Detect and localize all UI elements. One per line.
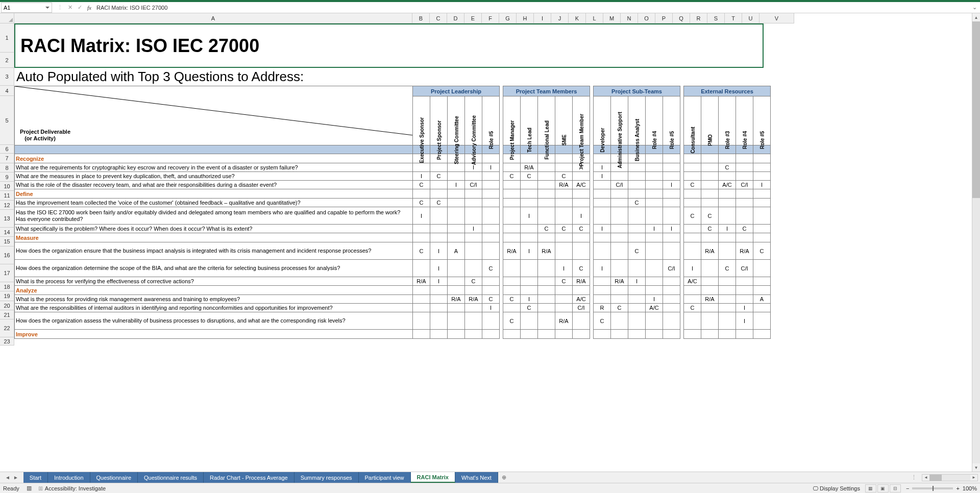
- cell[interactable]: [430, 330, 448, 339]
- cell[interactable]: [503, 330, 521, 339]
- value-cell[interactable]: I: [594, 260, 611, 277]
- cell[interactable]: [646, 330, 663, 339]
- cell[interactable]: [701, 330, 719, 339]
- cell[interactable]: [736, 189, 753, 199]
- value-cell[interactable]: [482, 199, 500, 207]
- column-header[interactable]: P: [655, 13, 673, 23]
- expand-formula-icon[interactable]: ⌄: [971, 4, 978, 11]
- value-cell[interactable]: I: [482, 163, 500, 172]
- phase-label[interactable]: Improve: [15, 330, 413, 339]
- cell[interactable]: [753, 154, 771, 163]
- value-cell[interactable]: [663, 163, 680, 172]
- value-cell[interactable]: R/A: [611, 277, 628, 286]
- role-header[interactable]: Role #5: [482, 96, 500, 145]
- value-cell[interactable]: [719, 207, 736, 225]
- value-cell[interactable]: C: [430, 199, 448, 207]
- value-cell[interactable]: C: [719, 260, 736, 277]
- value-cell[interactable]: C/I: [736, 181, 753, 189]
- value-cell[interactable]: C: [628, 199, 646, 207]
- value-cell[interactable]: A/C: [684, 277, 701, 286]
- value-cell[interactable]: [538, 295, 555, 304]
- value-cell[interactable]: [448, 225, 465, 233]
- value-cell[interactable]: C: [753, 242, 771, 260]
- value-cell[interactable]: [611, 207, 628, 225]
- value-cell[interactable]: [503, 225, 521, 233]
- value-cell[interactable]: A/C: [646, 304, 663, 312]
- value-cell[interactable]: [538, 304, 555, 312]
- role-header[interactable]: Business Analyst: [628, 96, 646, 145]
- value-cell[interactable]: C: [465, 277, 482, 286]
- column-header[interactable]: T: [725, 13, 742, 23]
- value-cell[interactable]: [701, 312, 719, 330]
- value-cell[interactable]: I: [430, 242, 448, 260]
- column-header[interactable]: R: [690, 13, 707, 23]
- value-cell[interactable]: C: [482, 295, 500, 304]
- value-cell[interactable]: C: [684, 207, 701, 225]
- cell[interactable]: [628, 330, 646, 339]
- question-cell[interactable]: How does the organization determine the …: [15, 260, 413, 277]
- column-header[interactable]: A: [14, 13, 412, 23]
- cell[interactable]: [413, 286, 430, 295]
- column-header[interactable]: C: [430, 13, 447, 23]
- value-cell[interactable]: C: [482, 260, 500, 277]
- formula-bar[interactable]: RACI Matrix: ISO IEC 27000: [96, 5, 971, 11]
- value-cell[interactable]: [465, 199, 482, 207]
- value-cell[interactable]: [646, 163, 663, 172]
- value-cell[interactable]: [413, 163, 430, 172]
- value-cell[interactable]: I: [663, 181, 680, 189]
- value-cell[interactable]: [628, 225, 646, 233]
- value-cell[interactable]: [413, 295, 430, 304]
- value-cell[interactable]: [573, 172, 590, 181]
- value-cell[interactable]: C: [736, 225, 753, 233]
- value-cell[interactable]: [430, 207, 448, 225]
- value-cell[interactable]: [628, 260, 646, 277]
- scroll-thumb[interactable]: [972, 21, 980, 198]
- value-cell[interactable]: [736, 277, 753, 286]
- value-cell[interactable]: R/A: [701, 242, 719, 260]
- column-header[interactable]: B: [412, 13, 430, 23]
- question-cell[interactable]: What are the responsibilities of interna…: [15, 304, 413, 312]
- value-cell[interactable]: I: [521, 242, 538, 260]
- cancel-icon[interactable]: ✕: [68, 4, 72, 11]
- cell[interactable]: [701, 286, 719, 295]
- value-cell[interactable]: [573, 242, 590, 260]
- cell[interactable]: [646, 233, 663, 242]
- value-cell[interactable]: C: [413, 181, 430, 189]
- cell[interactable]: [482, 233, 500, 242]
- question-cell[interactable]: What are the measures in place to preven…: [15, 172, 413, 181]
- column-header[interactable]: K: [569, 13, 586, 23]
- cell[interactable]: [465, 330, 482, 339]
- value-cell[interactable]: C: [555, 225, 573, 233]
- row-header[interactable]: 4: [0, 86, 14, 96]
- value-cell[interactable]: [628, 181, 646, 189]
- fx-icon[interactable]: fx: [87, 5, 91, 11]
- phase-label[interactable]: Analyze: [15, 286, 413, 295]
- role-header[interactable]: Functional Lead: [538, 96, 555, 145]
- row-header[interactable]: 19: [0, 291, 14, 301]
- role-header[interactable]: Role #4: [646, 96, 663, 145]
- value-cell[interactable]: [538, 207, 555, 225]
- value-cell[interactable]: [503, 163, 521, 172]
- value-cell[interactable]: [413, 312, 430, 330]
- value-cell[interactable]: [719, 304, 736, 312]
- value-cell[interactable]: A: [753, 295, 771, 304]
- cell[interactable]: [503, 233, 521, 242]
- value-cell[interactable]: C: [628, 242, 646, 260]
- cell[interactable]: [521, 189, 538, 199]
- value-cell[interactable]: C: [684, 304, 701, 312]
- value-cell[interactable]: I: [413, 172, 430, 181]
- cell[interactable]: [684, 233, 701, 242]
- row-header[interactable]: 3: [0, 68, 14, 86]
- value-cell[interactable]: C: [684, 181, 701, 189]
- value-cell[interactable]: [573, 312, 590, 330]
- value-cell[interactable]: [482, 207, 500, 225]
- value-cell[interactable]: R/A: [701, 295, 719, 304]
- cell[interactable]: [719, 154, 736, 163]
- value-cell[interactable]: I: [594, 225, 611, 233]
- value-cell[interactable]: [628, 312, 646, 330]
- value-cell[interactable]: [538, 312, 555, 330]
- scroll-down-icon[interactable]: ▼: [972, 463, 980, 472]
- role-header[interactable]: Executive Sponsor: [413, 96, 430, 145]
- value-cell[interactable]: [430, 181, 448, 189]
- cell[interactable]: [684, 286, 701, 295]
